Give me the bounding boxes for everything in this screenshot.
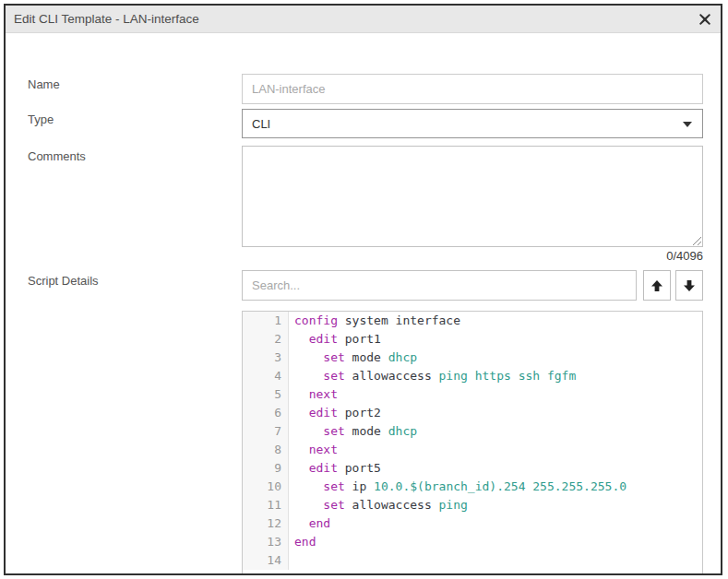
code-token-kw: end: [294, 535, 316, 549]
dialog-title: Edit CLI Template - LAN-interface: [6, 12, 199, 26]
code-token-pl: allowaccess: [345, 498, 439, 512]
code-line-row: 7 set mode dhcp: [243, 422, 702, 441]
code-token-kw: edit: [309, 461, 338, 475]
search-previous-button[interactable]: [643, 270, 671, 301]
code-token-kw: set: [323, 424, 344, 438]
script-details-label: Script Details: [28, 274, 99, 288]
comments-char-counter: 0/4096: [242, 249, 703, 263]
dialog-titlebar: Edit CLI Template - LAN-interface: [6, 6, 721, 33]
code-line-text: edit port2: [289, 404, 381, 422]
code-line-text: set allowaccess ping https ssh fgfm: [289, 367, 576, 385]
code-line-row: 11 set allowaccess ping: [243, 496, 702, 514]
code-token-kw: config: [294, 313, 338, 327]
code-token-kw: next: [309, 387, 338, 401]
name-label: Name: [28, 77, 60, 91]
line-number: 7: [243, 422, 289, 441]
code-token-pl: [294, 498, 323, 512]
close-x-glyph: [699, 14, 710, 25]
code-token-pl: [294, 424, 323, 438]
line-number: 11: [243, 496, 289, 514]
code-token-kw: next: [309, 443, 338, 456]
code-token-val: ping: [439, 498, 468, 512]
arrow-up-icon: [650, 279, 663, 292]
code-line-row: 9 edit port5: [243, 459, 702, 478]
search-input[interactable]: [242, 270, 637, 301]
code-line-text: set mode dhcp: [289, 422, 417, 441]
code-line-text: next: [289, 441, 338, 459]
code-line-row: 12 end: [243, 514, 702, 533]
line-number: 13: [243, 533, 289, 551]
code-line-row: 8 next: [243, 441, 702, 459]
code-token-pl: [294, 516, 309, 530]
code-token-pl: port5: [338, 461, 381, 475]
line-number: 2: [243, 330, 289, 349]
code-token-kw: edit: [309, 332, 338, 346]
code-line-row: 3 set mode dhcp: [243, 349, 702, 367]
code-line-text: set mode dhcp: [289, 349, 417, 367]
code-token-kw: end: [309, 516, 330, 530]
type-select-value: CLI: [252, 117, 270, 131]
code-token-pl: allowaccess: [345, 369, 439, 383]
comments-label: Comments: [28, 149, 86, 163]
code-token-pl: [294, 461, 309, 475]
type-select[interactable]: CLI: [242, 109, 703, 138]
line-number: 12: [243, 514, 289, 533]
code-token-kw: set: [323, 498, 344, 512]
code-line-row: 13end: [243, 533, 702, 551]
code-line-text: edit port1: [289, 330, 381, 349]
line-number: 10: [243, 478, 289, 496]
code-token-val: dhcp: [388, 350, 417, 364]
code-line-row: 1config system interface: [243, 312, 702, 330]
line-number: 5: [243, 385, 289, 404]
code-token-pl: port2: [338, 406, 381, 419]
code-line-row: 5 next: [243, 385, 702, 404]
code-line-text: set ip 10.0.$(branch_id).254 255.255.255…: [289, 478, 627, 496]
arrow-down-icon: [683, 279, 696, 292]
type-label: Type: [28, 112, 54, 126]
code-token-kw: edit: [309, 406, 338, 419]
comments-textarea[interactable]: [242, 146, 703, 247]
cli-script-editor[interactable]: 1config system interface2 edit port13 se…: [242, 311, 703, 574]
search-next-button[interactable]: [675, 270, 703, 301]
code-token-val: ping https ssh fgfm: [439, 369, 577, 383]
code-line-text: next: [289, 385, 338, 404]
code-line-row: 14: [243, 551, 702, 570]
line-number: 14: [243, 551, 289, 570]
code-token-val: dhcp: [388, 424, 417, 438]
code-line-text: end: [289, 514, 330, 533]
code-token-kw: set: [323, 369, 344, 383]
line-number: 1: [243, 312, 289, 330]
code-token-pl: [294, 443, 309, 456]
code-token-kw: set: [323, 479, 344, 493]
code-token-pl: ip: [345, 479, 374, 493]
code-token-pl: mode: [345, 424, 388, 438]
edit-cli-template-dialog: Edit CLI Template - LAN-interface Name T…: [4, 4, 722, 575]
code-token-pl: [294, 406, 309, 419]
code-token-pl: mode: [345, 350, 388, 364]
code-token-pl: [294, 387, 309, 401]
name-input[interactable]: [242, 74, 703, 104]
code-token-pl: [294, 332, 309, 346]
line-number: 6: [243, 404, 289, 422]
chevron-down-icon: [683, 122, 692, 127]
code-token-val: 10.0.$(branch_id).254 255.255.255.0: [374, 479, 627, 493]
code-line-text: end: [289, 533, 316, 551]
code-line-text: config system interface: [289, 312, 460, 330]
code-line-row: 10 set ip 10.0.$(branch_id).254 255.255.…: [243, 478, 702, 496]
line-number: 3: [243, 349, 289, 367]
code-line-row: 4 set allowaccess ping https ssh fgfm: [243, 367, 702, 385]
line-number: 8: [243, 441, 289, 459]
code-token-kw: set: [323, 350, 344, 364]
code-line-row: 2 edit port1: [243, 330, 702, 349]
code-line-row: 6 edit port2: [243, 404, 702, 422]
code-token-pl: system interface: [338, 313, 460, 327]
code-line-text: [289, 551, 294, 570]
code-line-text: set allowaccess ping: [289, 496, 468, 514]
close-icon[interactable]: [695, 9, 715, 30]
code-token-pl: [294, 350, 323, 364]
code-token-pl: port1: [338, 332, 381, 346]
line-number: 4: [243, 367, 289, 385]
code-token-pl: [294, 369, 323, 383]
code-line-text: edit port5: [289, 459, 381, 478]
line-number: 9: [243, 459, 289, 478]
